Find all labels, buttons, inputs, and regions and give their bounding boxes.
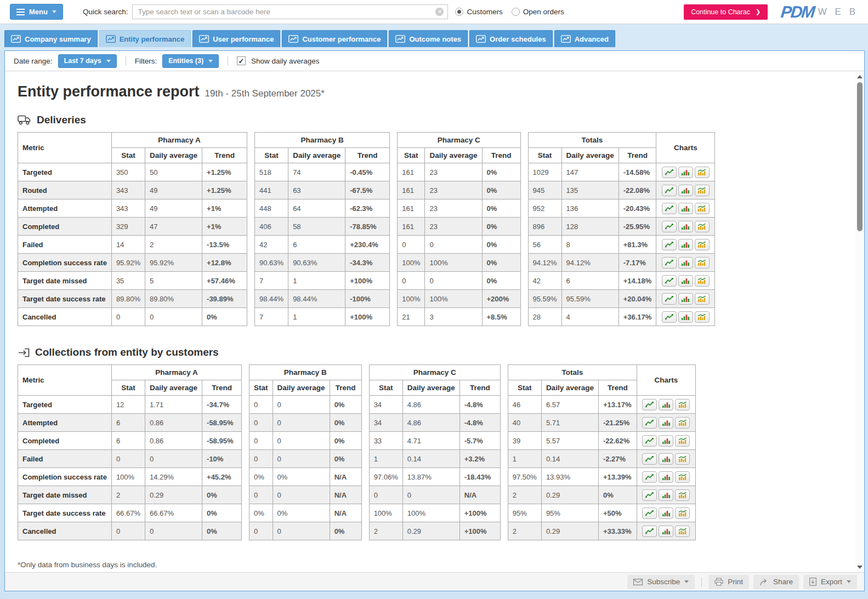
line-chart-button[interactable] [642, 471, 657, 483]
trend-cell: -58.95% [202, 414, 242, 432]
radio-customers[interactable]: Customers [455, 8, 502, 16]
continue-to-charac-button[interactable]: Continue to Charac ❯ [684, 4, 768, 20]
combo-chart-button[interactable] [675, 399, 690, 410]
show-daily-averages-label[interactable]: Show daily averages [251, 57, 320, 65]
line-chart-button[interactable] [662, 257, 677, 269]
stat-cell: 2 [111, 486, 145, 504]
bar-chart-button[interactable] [678, 239, 693, 250]
bar-chart-icon [681, 313, 690, 321]
combo-chart-button[interactable] [695, 257, 710, 269]
stat-cell: 95% [508, 504, 541, 522]
bar-chart-button[interactable] [659, 435, 673, 447]
column-gap [390, 254, 398, 272]
print-button[interactable]: Print [708, 575, 749, 589]
bar-chart-button[interactable] [659, 453, 673, 465]
line-chart-button[interactable] [642, 399, 657, 410]
radio-open-orders[interactable]: Open orders [512, 8, 564, 16]
tab-order-schedules[interactable]: Order schedules [469, 30, 553, 47]
combo-chart-button[interactable] [675, 489, 690, 501]
export-button[interactable]: Export [803, 575, 857, 589]
line-chart-button[interactable] [662, 275, 677, 287]
line-chart-button[interactable] [642, 507, 657, 519]
bar-chart-button[interactable] [659, 399, 673, 410]
combo-chart-button[interactable] [675, 453, 690, 465]
subscribe-button[interactable]: Subscribe [627, 575, 695, 589]
stat-cell: 0 [249, 486, 273, 504]
stat-cell: 0 [249, 450, 273, 468]
stat-cell: 7 [255, 272, 288, 290]
trend-cell: N/A [330, 468, 361, 486]
show-daily-averages-checkbox[interactable]: ✓ [237, 56, 246, 65]
date-range-select[interactable]: Last 7 days [58, 54, 117, 68]
trend-cell: 0% [482, 272, 520, 290]
tab-entity-performance[interactable]: Entity performance [99, 30, 191, 47]
scroll-thumb[interactable] [857, 82, 863, 231]
chevron-down-icon [52, 10, 56, 13]
tab-user-performance[interactable]: User performance [192, 30, 280, 47]
line-chart-icon [645, 492, 654, 499]
column-gap [242, 414, 249, 432]
line-chart-button[interactable] [662, 311, 677, 323]
table-row: Targeted35050+1.25%51874-0.45%161230%102… [18, 163, 715, 181]
combo-chart-button[interactable] [695, 293, 710, 305]
bar-chart-button[interactable] [678, 257, 693, 269]
combo-chart-button[interactable] [695, 239, 710, 250]
line-chart-button[interactable] [662, 221, 677, 232]
trend-cell: +1.25% [202, 181, 247, 199]
bar-chart-button[interactable] [659, 489, 673, 501]
search-input[interactable] [132, 4, 448, 19]
combo-chart-button[interactable] [695, 311, 710, 323]
tab-customer-performance[interactable]: Customer performance [282, 30, 387, 47]
bar-chart-button[interactable] [659, 526, 673, 537]
bar-chart-button[interactable] [678, 185, 693, 196]
line-chart-button[interactable] [642, 526, 657, 537]
bar-chart-button[interactable] [678, 311, 693, 323]
combo-chart-button[interactable] [695, 185, 710, 196]
combo-chart-button[interactable] [695, 275, 710, 287]
scroll-up-arrow-icon[interactable] [857, 75, 863, 78]
combo-chart-button[interactable] [675, 526, 690, 537]
line-chart-button[interactable] [642, 489, 657, 501]
combo-chart-button[interactable] [675, 507, 690, 519]
charts-cell [637, 432, 695, 450]
daily-average-cell: 5 [145, 272, 202, 290]
line-chart-button[interactable] [662, 239, 677, 250]
entities-filter-select[interactable]: Entities (3) [162, 54, 219, 68]
vertical-scrollbar[interactable] [855, 72, 864, 572]
tab-advanced[interactable]: Advanced [554, 30, 615, 47]
bar-chart-button[interactable] [678, 221, 693, 232]
stat-cell: 28 [528, 308, 561, 326]
scroll-down-arrow-icon[interactable] [857, 566, 863, 569]
line-chart-button[interactable] [642, 453, 657, 465]
bar-chart-button[interactable] [659, 507, 673, 519]
line-chart-button[interactable] [662, 185, 677, 196]
line-chart-button[interactable] [662, 203, 677, 214]
tab-outcome-notes[interactable]: Outcome notes [389, 30, 468, 47]
bar-chart-button[interactable] [678, 167, 693, 178]
daily-average-cell: 0 [145, 308, 202, 326]
line-chart-button[interactable] [642, 417, 657, 429]
line-chart-button[interactable] [662, 293, 677, 305]
stat-cell: 95.92% [111, 254, 145, 272]
combo-chart-button[interactable] [675, 471, 690, 483]
combo-chart-button[interactable] [675, 435, 690, 447]
line-chart-button[interactable] [662, 167, 677, 178]
bar-chart-button[interactable] [678, 203, 693, 214]
group-header-pharmacy-a: Pharmacy A [111, 133, 247, 148]
bar-chart-button[interactable] [659, 417, 673, 429]
combo-chart-button[interactable] [695, 221, 710, 232]
combo-chart-button[interactable] [695, 167, 710, 178]
line-chart-button[interactable] [642, 435, 657, 447]
bar-chart-button[interactable] [659, 471, 673, 483]
column-gap [247, 181, 255, 199]
menu-button[interactable]: Menu [10, 4, 63, 20]
combo-chart-icon [678, 437, 687, 444]
combo-chart-button[interactable] [675, 417, 690, 429]
share-button[interactable]: Share [753, 575, 799, 589]
combo-chart-button[interactable] [695, 203, 710, 214]
charts-cell [637, 396, 695, 414]
tab-company-summary[interactable]: Company summary [4, 30, 98, 47]
tab-label: Customer performance [302, 35, 381, 43]
bar-chart-button[interactable] [678, 293, 693, 305]
bar-chart-button[interactable] [678, 275, 693, 287]
